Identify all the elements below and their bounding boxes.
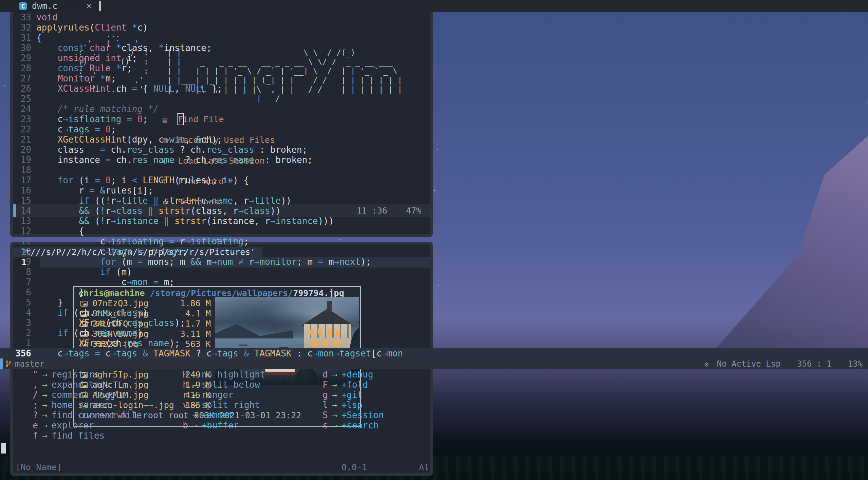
which-key-binding[interactable]: ?→find current file xyxy=(26,410,142,420)
key-label: r xyxy=(177,390,188,400)
binding-description: home screen xyxy=(52,400,110,410)
code-text: XClassHint ch = { NULL, NULL }; xyxy=(36,84,222,94)
code-line[interactable]: 4 if (ch.res_class) xyxy=(0,308,427,318)
code-text: c→isfloating = r→isfloating; xyxy=(36,236,249,246)
code-line[interactable]: 16 r = &rules[i]; xyxy=(0,185,427,196)
which-key-binding[interactable]: ;→home screen xyxy=(26,400,142,410)
code-line[interactable]: 5 } xyxy=(0,297,427,308)
code-line[interactable]: 356 c→tags = c→tags & TAGMASK ? c→tags &… xyxy=(0,348,427,358)
code-line[interactable]: 20 class = ch.res_class ? ch.res_class :… xyxy=(0,145,427,155)
code-text: instance = ch.res_name ? ch.res_name : b… xyxy=(36,155,313,165)
code-line[interactable]: 33void xyxy=(0,12,427,22)
code-line[interactable]: 3 XFree(ch.res_class); xyxy=(0,318,427,328)
code-line[interactable]: 2 if (ch.res_name) xyxy=(0,328,427,338)
code-line[interactable]: 17 for (i = 0; i < LENGTH(rules); i⧺) { xyxy=(0,175,427,185)
code-line[interactable]: 18 xyxy=(0,165,427,175)
line-number: 28 xyxy=(0,63,36,73)
which-key-binding[interactable]: d→+debug xyxy=(316,369,384,380)
which-key-binding[interactable]: ,→expand tags xyxy=(26,380,142,390)
code-line[interactable]: 29 unsigned int i; xyxy=(0,53,427,63)
code-text: XGetClassHint(dpy, c→win, &ch); xyxy=(36,134,222,145)
code-text: Monitor *m; xyxy=(36,73,116,84)
which-key-binding[interactable]: r→ranger xyxy=(177,390,265,400)
line-number: 8 xyxy=(0,267,36,277)
which-key-column: "→registers,→expand tags/→comment toggle… xyxy=(26,369,142,441)
arrow-icon: → xyxy=(328,369,341,380)
code-line[interactable]: 26 XClassHint ch = { NULL, NULL }; xyxy=(0,84,427,94)
code-line[interactable]: 11 c→isfloating = r→isfloating; xyxy=(0,236,427,246)
code-line[interactable]: 32applyrules(Client *c) xyxy=(0,22,427,33)
code-line[interactable]: 22 c→tags = 0; xyxy=(0,124,427,134)
close-icon[interactable]: × xyxy=(86,0,92,12)
code-text: /* rule matching */ xyxy=(36,104,159,114)
code-line[interactable]: 7 c→mon = m; xyxy=(0,277,427,287)
code-line[interactable]: 25 xyxy=(0,94,427,104)
line-number: 22 xyxy=(0,124,36,134)
which-key-binding[interactable]: v→split right xyxy=(177,400,265,410)
key-label: e xyxy=(26,420,38,430)
code-text: for (m = mons; m && m→num ≠ r→monitor; m… xyxy=(36,257,371,267)
line-number: 10 xyxy=(0,246,36,257)
code-text: c→mon = m; xyxy=(36,277,174,287)
code-line[interactable]: 23 c→isfloating = 0; xyxy=(0,114,427,124)
key-label: h xyxy=(177,380,188,390)
code-line[interactable]: 10 c→tags ⊨ r→tags; xyxy=(0,246,427,257)
code-line[interactable]: 24 /* rule matching */ xyxy=(0,104,427,114)
arrow-icon: → xyxy=(38,430,52,441)
line-number: 7 xyxy=(0,277,36,287)
code-text: && (!r→class ‖ strstr(class, r→class)) xyxy=(36,206,281,216)
which-key-binding[interactable]: l→+lsp xyxy=(316,400,384,410)
binding-description: expand tags xyxy=(52,380,110,390)
code-line[interactable]: 6 } xyxy=(0,287,427,297)
buffer-name: [No Name] xyxy=(16,462,61,473)
binding-description: +buffer xyxy=(202,420,239,430)
which-key-binding[interactable]: .→+emmet xyxy=(177,410,265,420)
which-key-binding[interactable]: s→+search xyxy=(316,420,384,430)
code-text: XFree(ch.res_class); xyxy=(36,318,185,328)
code-area: 33void32applyrules(Client *c)31{30 const… xyxy=(0,12,427,358)
which-key-binding[interactable]: "→registers xyxy=(26,369,142,380)
code-line[interactable]: 19 instance = ch.res_name ? ch.res_name … xyxy=(0,155,427,165)
line-number: 26 xyxy=(0,84,36,94)
line-number: 21 xyxy=(0,134,36,145)
code-line[interactable]: 15 if ((!r→title ‖ strstr(c→name, r→titl… xyxy=(0,196,427,206)
arrow-icon: → xyxy=(188,380,202,390)
which-key-binding[interactable]: H→no highlight xyxy=(177,369,265,380)
key-label: v xyxy=(177,400,188,410)
code-line[interactable]: 9 for (m = mons; m && m→num ≠ r→monitor;… xyxy=(0,257,427,267)
code-line[interactable]: 13 && (!r→instance ‖ strstr(instance, r→… xyxy=(0,216,427,226)
code-line[interactable]: 27 Monitor *m; xyxy=(0,73,427,84)
code-text: unsigned int i; xyxy=(36,53,137,63)
code-line[interactable]: 30 const char *class, *instance; xyxy=(0,43,427,53)
tab-dwm-c[interactable]: dwm.c xyxy=(32,0,57,12)
code-text: void xyxy=(36,12,58,22)
which-key-binding[interactable]: e→explorer xyxy=(26,420,142,430)
which-key-binding[interactable]: h→split below xyxy=(177,380,265,390)
code-text: if ((!r→title ‖ strstr(c→name, r→title)) xyxy=(36,196,291,206)
which-key-binding[interactable]: F→+fold xyxy=(316,380,384,390)
which-key-binding[interactable]: S→+Session xyxy=(316,410,384,420)
which-key-binding[interactable]: b→+buffer xyxy=(177,420,265,430)
code-line[interactable]: 14 && (!r→class ‖ strstr(class, r→class)… xyxy=(0,206,427,216)
code-text: { xyxy=(36,33,42,43)
code-line[interactable]: 31{ xyxy=(0,33,427,43)
code-text: if (ch.res_name) xyxy=(36,328,143,338)
key-label: / xyxy=(26,390,38,400)
binding-description: +Session xyxy=(341,410,384,420)
which-key-binding[interactable]: f→find files xyxy=(26,430,142,441)
which-key-binding[interactable]: g→+git xyxy=(316,390,384,400)
code-line[interactable]: 21 XGetClassHint(dpy, c→win, &ch); xyxy=(0,134,427,145)
line-number: 29 xyxy=(0,53,36,63)
line-number: 1 xyxy=(0,338,36,348)
which-key-binding[interactable]: /→comment toggle xyxy=(26,390,142,400)
arrow-icon: → xyxy=(188,400,202,410)
binding-description: no highlight xyxy=(202,369,265,380)
line-number: 32 xyxy=(0,22,36,33)
code-line[interactable]: 28 const Rule *r; xyxy=(0,63,427,73)
binding-description: split below xyxy=(202,380,260,390)
code-line[interactable]: 8 if (m) xyxy=(0,267,427,277)
key-label: , xyxy=(26,380,38,390)
key-label: H xyxy=(177,369,188,380)
code-line[interactable]: 12 { xyxy=(0,226,427,236)
code-line[interactable]: 1 XFree(ch.res_name); xyxy=(0,338,427,348)
